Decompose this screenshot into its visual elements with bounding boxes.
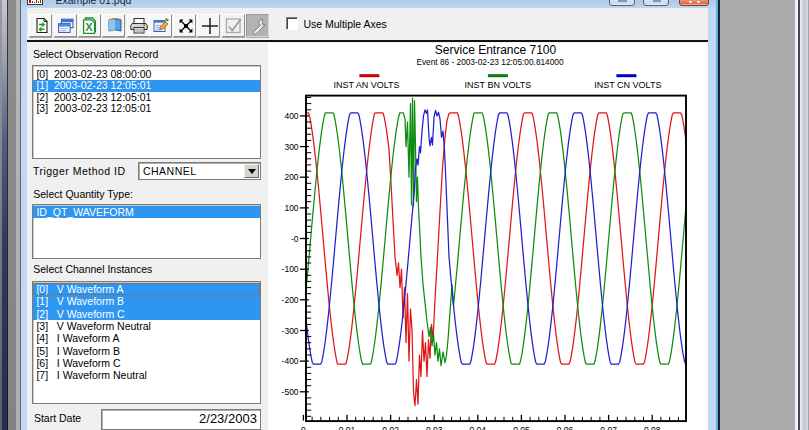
svg-text:-400: -400 bbox=[282, 356, 299, 366]
svg-text:-100: -100 bbox=[282, 264, 299, 274]
svg-text:Service Entrance 7100: Service Entrance 7100 bbox=[435, 43, 557, 57]
svg-text:-500: -500 bbox=[282, 387, 299, 397]
svg-text:INST BN VOLTS: INST BN VOLTS bbox=[465, 80, 532, 90]
svg-text:0.08: 0.08 bbox=[644, 425, 661, 430]
svg-text:300: 300 bbox=[284, 142, 298, 152]
svg-text:0.03: 0.03 bbox=[426, 425, 443, 430]
svg-text:Event 86 - 2003-02-23 12:0: Event 86 - 2003-02-23 12:05:00.814000 bbox=[416, 57, 564, 67]
svg-text:0.04: 0.04 bbox=[470, 425, 487, 430]
svg-text:100: 100 bbox=[284, 203, 298, 213]
svg-text:-200: -200 bbox=[282, 295, 299, 305]
svg-text:200: 200 bbox=[284, 172, 298, 182]
svg-text:0.05: 0.05 bbox=[513, 425, 530, 430]
svg-text:0: 0 bbox=[301, 425, 306, 430]
svg-text:INST CN VOLTS: INST CN VOLTS bbox=[594, 80, 661, 90]
svg-text:INST AN VOLTS: INST AN VOLTS bbox=[333, 80, 399, 90]
svg-text:0.02: 0.02 bbox=[382, 425, 399, 430]
svg-text:-300: -300 bbox=[282, 326, 299, 336]
svg-text:0.01: 0.01 bbox=[339, 425, 356, 430]
svg-text:0.06: 0.06 bbox=[557, 425, 574, 430]
svg-text:0.07: 0.07 bbox=[600, 425, 617, 430]
svg-text:-0: -0 bbox=[291, 234, 299, 244]
svg-text:400: 400 bbox=[284, 111, 298, 121]
